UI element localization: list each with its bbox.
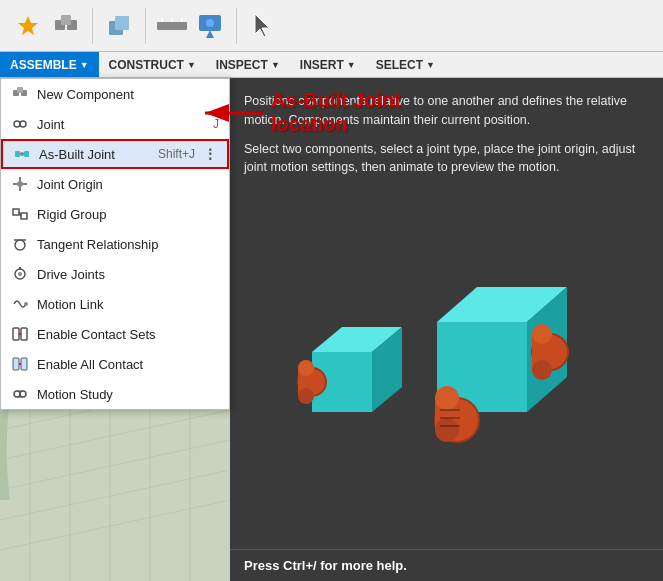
ruler-icon[interactable] <box>156 8 188 44</box>
info-footer: Press Ctrl+/ for more help. <box>230 549 663 581</box>
svg-line-5 <box>0 500 230 550</box>
enable-all-contact-label: Enable All Contact <box>37 357 219 372</box>
svg-line-2 <box>0 410 230 460</box>
svg-rect-53 <box>13 358 19 370</box>
drive-joints-label: Drive Joints <box>37 267 219 282</box>
dropdown-item-motion-link[interactable]: Motion Link <box>1 289 229 319</box>
toolbar <box>0 0 663 52</box>
menu-assemble-label: ASSEMBLE <box>10 58 77 72</box>
joint-origin-icon <box>11 175 29 193</box>
annotation-arrow-svg <box>195 98 265 128</box>
svg-point-56 <box>14 391 20 397</box>
dropdown-item-drive-joints[interactable]: Drive Joints <box>1 259 229 289</box>
dropdown-item-joint-origin[interactable]: Joint Origin <box>1 169 229 199</box>
svg-rect-14 <box>61 15 71 25</box>
svg-point-44 <box>15 240 25 250</box>
svg-point-29 <box>14 121 20 127</box>
as-built-joint-label: As-Built Joint <box>39 147 150 162</box>
contact-sets-icon <box>11 325 29 343</box>
drive-joints-icon <box>11 265 29 283</box>
dropdown-item-as-built-joint[interactable]: As-Built Joint Shift+J ⋮ <box>1 139 229 169</box>
svg-marker-23 <box>206 30 214 38</box>
svg-point-35 <box>20 152 24 156</box>
motion-study-icon <box>11 385 29 403</box>
menu-insert-arrow: ▼ <box>347 60 356 70</box>
info-description-2: Select two components, select a joint ty… <box>244 140 649 178</box>
svg-point-57 <box>20 391 26 397</box>
menu-construct[interactable]: CONSTRUCT ▼ <box>99 52 206 77</box>
svg-point-49 <box>24 302 28 306</box>
svg-rect-17 <box>157 22 187 30</box>
footer-help-text: Press Ctrl+/ for more help. <box>244 558 407 573</box>
contact-sets-label: Enable Contact Sets <box>37 327 219 342</box>
menu-select-arrow: ▼ <box>426 60 435 70</box>
menu-select[interactable]: SELECT ▼ <box>366 52 445 77</box>
svg-rect-51 <box>21 328 27 340</box>
joint-icon <box>11 115 29 133</box>
joint-label: Joint <box>37 117 205 132</box>
svg-point-72 <box>435 386 459 410</box>
svg-point-65 <box>298 360 314 376</box>
menu-construct-label: CONSTRUCT <box>109 58 184 72</box>
toolbar-divider-2 <box>145 8 146 44</box>
svg-line-4 <box>0 470 230 520</box>
tangent-label: Tangent Relationship <box>37 237 219 252</box>
toolbar-divider-1 <box>92 8 93 44</box>
menu-insert[interactable]: INSERT ▼ <box>290 52 366 77</box>
svg-rect-28 <box>17 87 23 93</box>
annotation-line2: location <box>271 112 401 136</box>
svg-point-47 <box>18 272 22 276</box>
svg-point-36 <box>17 181 23 187</box>
dropdown-item-tangent[interactable]: Tangent Relationship <box>1 229 229 259</box>
svg-point-66 <box>298 388 314 404</box>
svg-rect-41 <box>13 209 19 215</box>
menu-construct-arrow: ▼ <box>187 60 196 70</box>
svg-point-30 <box>20 121 26 127</box>
new-component-label: New Component <box>37 87 219 102</box>
3d-scene-svg <box>292 272 602 472</box>
svg-point-22 <box>206 19 214 27</box>
joint-origin-label: Joint Origin <box>37 177 219 192</box>
cursor-icon[interactable] <box>247 8 279 44</box>
menu-inspect-arrow: ▼ <box>271 60 280 70</box>
map-icon[interactable] <box>194 8 226 44</box>
info-panel: Positions components relative to one ano… <box>230 78 663 581</box>
info-visual <box>230 195 663 549</box>
rigid-group-label: Rigid Group <box>37 207 219 222</box>
component-icon <box>11 85 29 103</box>
dropdown-item-contact-sets[interactable]: Enable Contact Sets <box>1 319 229 349</box>
svg-rect-42 <box>21 213 27 219</box>
motion-link-icon <box>11 295 29 313</box>
rigid-group-icon <box>11 205 29 223</box>
svg-point-79 <box>532 324 552 344</box>
dropdown-item-motion-study[interactable]: Motion Study <box>1 379 229 409</box>
svg-rect-50 <box>13 328 19 340</box>
arrow-annotation: As-Built Joint location <box>195 88 401 136</box>
tangent-icon <box>11 235 29 253</box>
dropdown-item-enable-all-contact[interactable]: Enable All Contact <box>1 349 229 379</box>
svg-marker-11 <box>18 16 38 35</box>
svg-rect-33 <box>24 151 29 157</box>
component-toolbar-icon[interactable] <box>50 8 82 44</box>
as-built-joint-shortcut: Shift+J <box>158 147 195 161</box>
menu-inspect-label: INSPECT <box>216 58 268 72</box>
motion-link-label: Motion Link <box>37 297 219 312</box>
svg-line-3 <box>0 440 230 490</box>
shape-icon[interactable] <box>103 8 135 44</box>
annotation-line1: As-Built Joint <box>271 88 401 112</box>
annotation-text-block: As-Built Joint location <box>271 88 401 136</box>
motion-study-label: Motion Study <box>37 387 219 402</box>
menu-select-label: SELECT <box>376 58 423 72</box>
svg-rect-32 <box>15 151 20 157</box>
svg-rect-16 <box>115 16 129 30</box>
dropdown-item-rigid-group[interactable]: Rigid Group <box>1 199 229 229</box>
star-icon[interactable] <box>12 8 44 44</box>
toolbar-divider-3 <box>236 8 237 44</box>
svg-point-80 <box>532 360 552 380</box>
context-menu-dots[interactable]: ⋮ <box>203 146 217 162</box>
toolbar-icons <box>4 4 287 48</box>
svg-rect-54 <box>21 358 27 370</box>
menubar: ASSEMBLE ▼ CONSTRUCT ▼ INSPECT ▼ INSERT … <box>0 52 663 78</box>
menu-assemble[interactable]: ASSEMBLE ▼ <box>0 52 99 77</box>
menu-inspect[interactable]: INSPECT ▼ <box>206 52 290 77</box>
